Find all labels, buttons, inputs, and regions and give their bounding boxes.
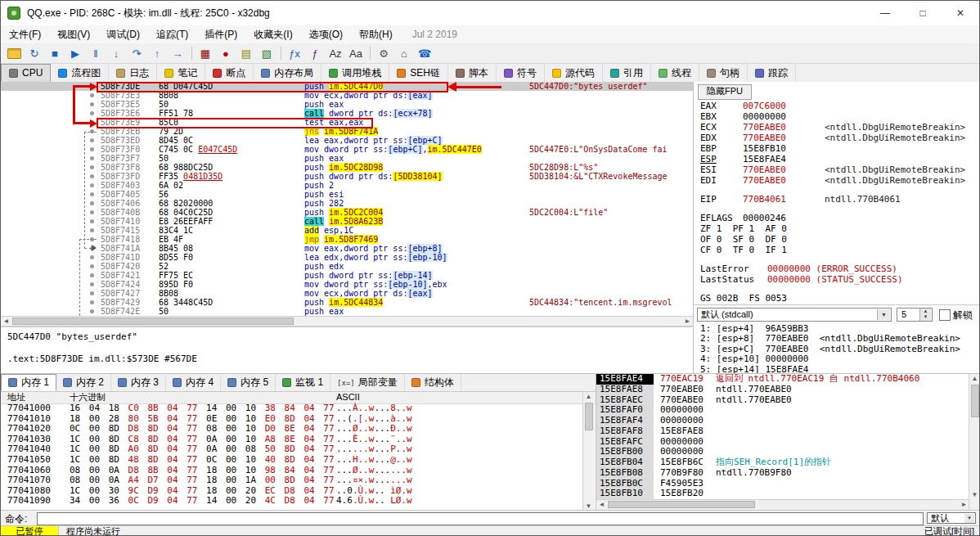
tab-watch1[interactable]: 监视 1 <box>276 374 330 391</box>
tab-references[interactable]: 引用 <box>603 64 651 82</box>
assemble-button[interactable]: ƒx <box>285 45 304 62</box>
stack-row[interactable]: 15E8FB1015E8FB20 <box>596 489 969 499</box>
scroll-thumb[interactable] <box>971 385 979 417</box>
register-row[interactable]: EDI770EABE0<ntdll.DbgUiRemoteBreakin> <box>694 175 980 186</box>
scroll-right-icon[interactable]: ► <box>682 317 693 326</box>
register-row[interactable]: EIP770B4061ntdll.770B4061 <box>694 194 980 205</box>
tab-log[interactable]: 日志 <box>109 64 157 82</box>
scroll-thumb[interactable] <box>608 501 755 508</box>
patches-button[interactable]: ▧ <box>257 45 276 62</box>
disasm-row[interactable]: 5D8F7410E8 26EEFAFFcall im.5D8A623B <box>1 217 693 226</box>
menu-trace[interactable]: 追踪(T) <box>148 25 196 43</box>
disasm-row[interactable]: 5D8F742E50push eax <box>1 307 693 316</box>
scroll-up-icon[interactable]: ▲ <box>583 392 594 401</box>
scroll-left-icon[interactable]: ◄ <box>596 500 607 509</box>
tab-symbols[interactable]: 符号 <box>497 64 545 82</box>
tab-call-stack[interactable]: 调用堆栈 <box>321 64 389 82</box>
preferences-button[interactable]: ⚙ <box>374 45 393 62</box>
stack-row[interactable]: 15E8FAF000000000 <box>596 405 969 416</box>
scroll-up-icon[interactable]: ▲ <box>969 374 980 383</box>
disasm-row[interactable]: 5D8F740668 82020000push 282 <box>1 199 693 208</box>
stack-pane[interactable]: 15E8FAE4770EAC19返回到 ntdll.770EAC19 自 ntd… <box>596 374 980 511</box>
disasm-row[interactable]: 5D8F740556push esi <box>1 190 693 199</box>
open-file-button[interactable] <box>4 45 24 62</box>
stack-row[interactable]: 15E8FB0CF45905E3 <box>596 479 969 489</box>
disasm-row[interactable]: 5D8F73E6FF51 78call dword ptr ds:[ecx+78… <box>1 109 693 118</box>
stack-row[interactable]: 15E8FAF815E8FAE8 <box>596 426 969 437</box>
maximize-button[interactable]: □ <box>904 1 942 25</box>
command-input[interactable] <box>37 512 924 525</box>
calling-convention-select[interactable]: 默认 (stdcall)▼ <box>697 308 892 322</box>
stack-row[interactable]: 15E8FB0415E8FB6C指向SEH_Record[1]的指针 <box>596 457 969 468</box>
restart-button[interactable]: ↻ <box>25 45 44 62</box>
disasm-row[interactable]: 5D8F7424895D F0mov dword ptr ss:[ebp-10]… <box>1 280 693 289</box>
memory-dump-pane[interactable]: 内存 1内存 2内存 3内存 4内存 5监视 1[x=]局部变量结构体 地址 十… <box>1 374 596 511</box>
spinner-arrows-icon[interactable]: ▲▼ <box>919 309 931 321</box>
disasm-row[interactable]: 5D8F74278B08mov ecx,dword ptr ds:[eax] <box>1 289 693 298</box>
disasm-row[interactable]: 5D8F741D8D55 F0lea edx,dword ptr ss:[ebp… <box>1 253 693 262</box>
run-to-user-code-button[interactable]: → <box>168 45 187 62</box>
stack-row[interactable]: 15E8FB0000000000 <box>596 447 969 457</box>
tab-dump3[interactable]: 内存 3 <box>111 374 166 391</box>
stack-vscrollbar[interactable]: ▲ ▼ <box>969 374 980 511</box>
scroll-thumb[interactable] <box>12 318 294 325</box>
register-row[interactable]: ZF 1 PF 1 AF 0 <box>694 223 980 234</box>
disasm-row[interactable]: 5D8F740B68 04C0C25Dpush im.5DC2C0045DC2C… <box>1 208 693 217</box>
register-row[interactable]: ESI770EABE0<ntdll.DbgUiRemoteBreakin> <box>694 164 980 175</box>
menu-plugins[interactable]: 插件(P) <box>196 25 245 43</box>
tab-trace[interactable]: 跟踪 <box>748 64 796 82</box>
register-row[interactable]: EBX00000000 <box>694 111 980 122</box>
disasm-row[interactable]: 5D8F73FDFF35 0481D35Dpush dword ptr ds:[… <box>1 172 693 181</box>
disasm-row[interactable]: 5D8F741A8B45 08mov eax,dword ptr ss:[ebp… <box>1 244 693 253</box>
tab-locals[interactable]: [x=]局部变量 <box>330 374 405 391</box>
tab-dump2[interactable]: 内存 2 <box>56 374 111 391</box>
argument-count-stepper[interactable]: 5▲▼ <box>897 308 933 322</box>
disasm-row[interactable]: 5D8F74036A 02push 2 <box>1 181 693 190</box>
stack-row[interactable]: 15E8FB08770B9F80ntdll.770B9F80 <box>596 468 969 479</box>
scroll-down-icon[interactable]: ▼ <box>969 490 980 499</box>
tab-cpu[interactable]: CPU <box>1 64 51 82</box>
menu-help[interactable]: 帮助(H) <box>351 25 401 43</box>
stack-row[interactable]: 15E8FAE8770EABE0ntdll.770EABE0 <box>596 385 969 395</box>
register-row[interactable]: ESP15E8FAE4 <box>694 154 980 164</box>
stack-row[interactable]: 15E8FAEC770EABE0ntdll.770EABE0 <box>596 395 969 406</box>
disasm-row[interactable]: 5D8F742968 3448C45Dpush im.5DC448345DC44… <box>1 298 693 307</box>
register-row[interactable]: LastStatus00000000 (STATUS_SUCCESS) <box>694 274 980 285</box>
disasm-row[interactable]: 5D8F7418EB 4Fjmp im.5D8F7469 <box>1 235 693 244</box>
detach-button[interactable]: ⌂ <box>394 45 414 62</box>
unlock-checkbox[interactable] <box>939 309 951 321</box>
hide-fpu-button[interactable]: 隐藏FPU <box>698 84 752 100</box>
register-row[interactable]: EFLAGS00000246 <box>694 213 980 223</box>
tab-handles[interactable]: 句柄 <box>699 64 748 82</box>
run-button[interactable]: ▶ <box>65 45 85 62</box>
tab-struct[interactable]: 结构体 <box>405 374 461 391</box>
stack-hscrollbar[interactable]: ◄ ► <box>596 499 969 511</box>
dump-vscrollbar[interactable]: ▲ ▼ <box>582 392 595 511</box>
pause-button[interactable]: ‖ <box>86 45 106 62</box>
disasm-row[interactable]: 5D8F73F750push eax <box>1 154 693 163</box>
step-out-button[interactable]: ↑ <box>147 45 167 62</box>
tab-seh[interactable]: SEH链 <box>389 64 448 82</box>
disasm-row[interactable]: 5D8F73F868 988DC25Dpush im.5DC28D985DC28… <box>1 163 693 172</box>
close-button[interactable]: ✕ <box>942 1 979 25</box>
tab-script[interactable]: 脚本 <box>448 64 497 82</box>
register-row[interactable]: CF 0 TF 0 IF 1 <box>694 245 980 255</box>
register-row[interactable]: EAX007C6000 <box>694 101 980 111</box>
tab-dump5[interactable]: 内存 5 <box>221 374 276 391</box>
tab-source[interactable]: 源代码 <box>545 64 603 82</box>
tab-graph[interactable]: 流程图 <box>51 64 109 82</box>
disasm-row[interactable]: 5D8F741583C4 1Cadd esp,1C <box>1 226 693 235</box>
disassembly-hscrollbar[interactable]: ◄ ► <box>1 316 693 327</box>
minimize-button[interactable]: — <box>866 1 904 25</box>
tab-dump1[interactable]: 内存 1 <box>1 374 56 391</box>
register-row[interactable]: OF 0 SF 0 DF 0 <box>694 234 980 245</box>
register-row[interactable]: LastError00000000 (ERROR_SUCCESS) <box>694 263 980 274</box>
dump-row[interactable]: 7704109034 00 36 0C D9 04 77 14 00 20 4C… <box>1 496 596 507</box>
step-over-button[interactable]: ↷ <box>127 45 146 62</box>
disasm-row[interactable]: 5D8F73ED8D45 0Clea eax,dword ptr ss:[ebp… <box>1 136 693 145</box>
stop-button[interactable]: ■ <box>45 45 65 62</box>
tab-notes[interactable]: 笔记 <box>157 64 205 82</box>
tab-breakpoints[interactable]: 断点 <box>205 64 254 82</box>
command-profile-select[interactable]: 默认▼ <box>927 512 976 524</box>
scroll-thumb[interactable] <box>585 403 593 430</box>
